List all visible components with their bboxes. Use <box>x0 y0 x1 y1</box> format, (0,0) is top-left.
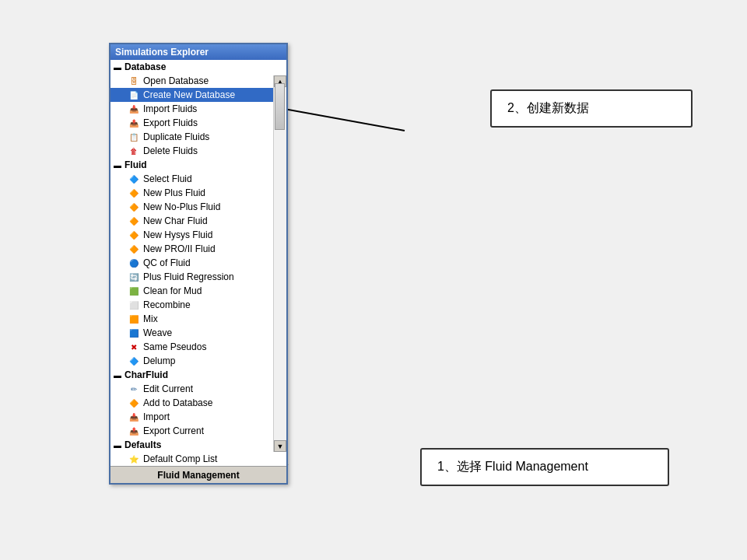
item-label: Open Database <box>143 75 209 86</box>
item-add-to-database[interactable]: 🔶 Add to Database <box>110 396 274 410</box>
callout-2: 2、创建新数据 <box>490 89 693 128</box>
section-defaults-label: Defaults <box>124 439 161 450</box>
export-current-icon: 📤 <box>128 425 140 437</box>
item-label: New No-Plus Fluid <box>143 201 220 212</box>
item-label: New Char Fluid <box>143 215 208 226</box>
item-import[interactable]: 📥 Import <box>110 410 274 424</box>
window-title-bar: Simulations Explorer <box>110 44 286 60</box>
section-charfluid[interactable]: ▬ CharFluid <box>110 368 274 382</box>
item-select-fluid[interactable]: 🔷 Select Fluid <box>110 172 274 186</box>
recombine-icon: ⬜ <box>128 299 140 311</box>
item-new-noplus-fluid[interactable]: 🔶 New No-Plus Fluid <box>110 200 274 214</box>
item-clean-for-mud[interactable]: 🟩 Clean for Mud <box>110 284 274 298</box>
open-database-icon: 🗄 <box>128 75 140 87</box>
new-plus-fluid-icon: 🔶 <box>128 187 140 199</box>
import-icon: 📥 <box>128 411 140 423</box>
item-label: Select Fluid <box>143 173 192 184</box>
item-label: Create New Database <box>143 89 235 100</box>
section-defaults[interactable]: ▬ Defaults <box>110 438 274 452</box>
item-default-comp-list[interactable]: ⭐ Default Comp List <box>110 452 274 466</box>
item-label: Add to Database <box>143 397 212 408</box>
new-noplus-fluid-icon: 🔶 <box>128 201 140 213</box>
import-fluids-icon: 📥 <box>128 103 140 115</box>
item-plus-fluid-regression[interactable]: 🔄 Plus Fluid Regression <box>110 270 274 284</box>
item-label: QC of Fluid <box>143 257 191 268</box>
item-label: Mix <box>143 313 158 324</box>
callout-1-text: 1、选择 Fluid Management <box>437 460 588 473</box>
window-title: Simulations Explorer <box>115 47 209 58</box>
item-create-new-database[interactable]: 📄 Create New Database <box>110 88 274 102</box>
select-fluid-icon: 🔷 <box>128 173 140 185</box>
item-label: Import <box>143 411 170 422</box>
new-proii-fluid-icon: 🔶 <box>128 243 140 255</box>
add-database-icon: 🔶 <box>128 397 140 409</box>
item-delete-fluids[interactable]: 🗑 Delete Fluids <box>110 144 274 158</box>
item-recombine[interactable]: ⬜ Recombine <box>110 298 274 312</box>
edit-current-icon: ✏ <box>128 383 140 395</box>
item-label: Delump <box>143 355 175 366</box>
item-label: Plus Fluid Regression <box>143 271 234 282</box>
item-same-pseudos[interactable]: ✖ Same Pseudos <box>110 340 274 354</box>
item-export-fluids[interactable]: 📤 Export Fluids <box>110 116 274 130</box>
item-delump[interactable]: 🔷 Delump <box>110 354 274 368</box>
collapse-toggle-charfluid: ▬ <box>114 371 121 380</box>
item-open-database[interactable]: 🗄 Open Database <box>110 74 274 88</box>
tree-content: ▬ Database 🗄 Open Database 📄 Create New … <box>110 60 274 466</box>
weave-icon: 🟦 <box>128 327 140 339</box>
item-label: Delete Fluids <box>143 145 198 156</box>
delete-fluids-icon: 🗑 <box>128 145 140 157</box>
new-char-fluid-icon: 🔶 <box>128 215 140 227</box>
callout-1: 1、选择 Fluid Management <box>420 448 669 486</box>
clean-mud-icon: 🟩 <box>128 285 140 297</box>
vertical-scrollbar[interactable]: ▲ ▼ <box>273 75 286 452</box>
item-label: Import Fluids <box>143 103 197 114</box>
item-duplicate-fluids[interactable]: 📋 Duplicate Fluids <box>110 130 274 144</box>
item-label: Default Comp List <box>143 453 217 464</box>
item-label: Clean for Mud <box>143 285 202 296</box>
duplicate-fluids-icon: 📋 <box>128 131 140 143</box>
item-label: New PRO/II Fluid <box>143 243 216 254</box>
delump-icon: 🔷 <box>128 355 140 367</box>
export-fluids-icon: 📤 <box>128 117 140 129</box>
item-label: Same Pseudos <box>143 341 206 352</box>
item-new-plus-fluid[interactable]: 🔶 New Plus Fluid <box>110 186 274 200</box>
item-new-proii-fluid[interactable]: 🔶 New PRO/II Fluid <box>110 242 274 256</box>
plus-regression-icon: 🔄 <box>128 271 140 283</box>
item-label: Export Fluids <box>143 117 198 128</box>
item-qc-of-fluid[interactable]: 🔵 QC of Fluid <box>110 256 274 270</box>
callout-2-text: 2、创建新数据 <box>507 101 589 114</box>
section-database[interactable]: ▬ Database <box>110 60 274 74</box>
item-label: New Hysys Fluid <box>143 229 212 240</box>
item-label: Edit Current <box>143 383 193 394</box>
section-database-label: Database <box>124 61 166 72</box>
scrollbar-thumb[interactable] <box>275 83 285 130</box>
collapse-toggle-fluid: ▬ <box>114 161 121 170</box>
item-import-fluids[interactable]: 📥 Import Fluids <box>110 102 274 116</box>
default-comp-icon: ⭐ <box>128 453 140 465</box>
item-new-char-fluid[interactable]: 🔶 New Char Fluid <box>110 214 274 228</box>
mix-icon: 🟧 <box>128 313 140 325</box>
item-edit-current[interactable]: ✏ Edit Current <box>110 382 274 396</box>
tab-bar: Fluid Management <box>110 466 286 483</box>
simulations-explorer-window: Simulations Explorer ▬ Database 🗄 Open D… <box>109 43 288 485</box>
item-weave[interactable]: 🟦 Weave <box>110 326 274 340</box>
section-charfluid-label: CharFluid <box>124 369 168 380</box>
create-new-database-icon: 📄 <box>128 89 140 101</box>
scroll-down-button[interactable]: ▼ <box>274 440 286 452</box>
collapse-toggle-defaults: ▬ <box>114 441 121 450</box>
same-pseudos-icon: ✖ <box>128 341 140 353</box>
new-hysys-fluid-icon: 🔶 <box>128 229 140 241</box>
item-label: Recombine <box>143 299 191 310</box>
collapse-toggle-database: ▬ <box>114 63 121 72</box>
section-fluid-label: Fluid <box>124 159 147 170</box>
item-export-current[interactable]: 📤 Export Current <box>110 424 274 438</box>
tab-fluid-management[interactable]: Fluid Management <box>157 470 239 481</box>
item-label: New Plus Fluid <box>143 187 205 198</box>
qc-fluid-icon: 🔵 <box>128 257 140 269</box>
item-label: Weave <box>143 327 172 338</box>
item-label: Export Current <box>143 425 204 436</box>
item-mix[interactable]: 🟧 Mix <box>110 312 274 326</box>
section-fluid[interactable]: ▬ Fluid <box>110 158 274 172</box>
item-new-hysys-fluid[interactable]: 🔶 New Hysys Fluid <box>110 228 274 242</box>
item-label: Duplicate Fluids <box>143 131 209 142</box>
